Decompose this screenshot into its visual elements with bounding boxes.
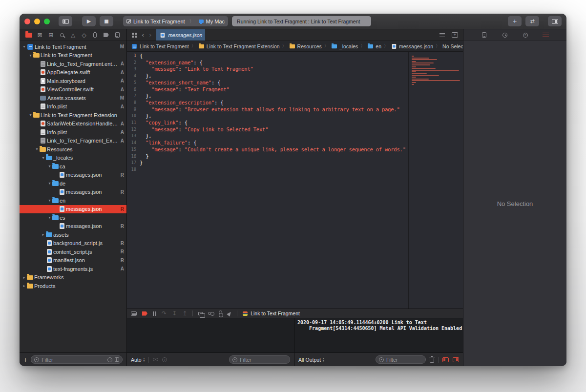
issue-navigator-icon[interactable]: △ [69, 31, 78, 40]
tree-row[interactable]: ViewController.swiftA [20, 85, 126, 94]
line-number[interactable]: 3 [127, 66, 140, 73]
pause-icon[interactable] [153, 311, 156, 316]
library-add-button[interactable]: + [508, 16, 522, 26]
tree-row[interactable]: messages.jsonR [20, 222, 126, 231]
minimap[interactable] [408, 52, 463, 309]
forward-button[interactable]: › [149, 32, 151, 38]
code-line[interactable]: 15 "message": "Couldn't create a unique … [127, 146, 408, 153]
tree-row[interactable]: Info.plistA [20, 128, 126, 137]
code-line[interactable]: 18 [127, 166, 408, 173]
disclosure-triangle-icon[interactable]: ▸ [21, 284, 27, 288]
code-line[interactable]: 4 }, [127, 73, 408, 80]
breakpoints-toggle-icon[interactable] [142, 311, 147, 316]
breadcrumb-item[interactable]: Link to Text Fragment [131, 43, 189, 49]
tree-row[interactable]: background_script.jsR [20, 239, 126, 248]
quicklook-icon[interactable] [153, 358, 158, 362]
breadcrumb-item[interactable]: No Selection [442, 43, 463, 49]
test-navigator-icon[interactable]: ◇ [80, 31, 88, 40]
close-window-button[interactable] [24, 19, 30, 24]
variables-scope-popup[interactable]: Auto ▴▾ [131, 357, 145, 363]
breadcrumb-item[interactable]: Resources [289, 43, 322, 49]
tree-row[interactable]: ▾_locales [20, 154, 126, 163]
scheme-selector[interactable]: Link to Text Fragment 〉 My Mac [123, 16, 228, 26]
line-number[interactable]: 2 [127, 60, 140, 66]
print-description-icon[interactable] [162, 357, 167, 362]
disclosure-triangle-icon[interactable]: ▾ [47, 181, 52, 186]
code-line[interactable]: 7 }, [127, 93, 408, 100]
tree-row[interactable]: messages.jsonR [20, 171, 126, 180]
disclosure-triangle-icon[interactable]: ▸ [21, 275, 27, 280]
disclosure-triangle-icon[interactable]: ▾ [41, 156, 46, 160]
tree-row[interactable]: ▾Link to Text Fragment [20, 51, 126, 60]
breadcrumb-item[interactable]: _locales [331, 43, 358, 49]
debug-navigator-icon[interactable] [91, 31, 100, 40]
code-review-icon[interactable] [440, 33, 445, 37]
code-line[interactable]: 6 "message": "Text Fragment" [127, 86, 408, 93]
tree-row[interactable]: ▾Resources [20, 145, 126, 154]
source-control-status-icon[interactable] [115, 357, 119, 362]
tree-row[interactable]: Info.plistA [20, 103, 126, 111]
disclosure-triangle-icon[interactable]: ▾ [28, 113, 33, 117]
disclosure-triangle-icon[interactable]: ▾ [34, 147, 40, 151]
code-line[interactable]: 17} [127, 160, 408, 166]
line-number[interactable]: 1 [127, 53, 140, 60]
console-filter-field[interactable]: Filter [376, 355, 426, 364]
tree-row[interactable]: text-fragments.jsA [20, 265, 126, 273]
tree-row[interactable]: ▾es [20, 213, 126, 222]
stop-button[interactable]: ■ [100, 16, 113, 26]
navigator-filter-field[interactable]: Filter [31, 355, 123, 364]
environment-overrides-icon[interactable] [219, 313, 222, 314]
line-number[interactable]: 8 [127, 100, 140, 106]
toggle-inspector-button[interactable] [548, 16, 562, 26]
show-console-view-icon[interactable] [453, 357, 459, 362]
line-number[interactable]: 17 [127, 160, 140, 166]
tree-row[interactable]: SafariWebExtensionHandler...A [20, 120, 126, 128]
simulate-location-icon[interactable] [228, 311, 231, 316]
step-into-icon[interactable]: ↧ [172, 310, 177, 316]
line-number[interactable]: 16 [127, 153, 140, 160]
step-out-icon[interactable]: ↥ [182, 310, 187, 316]
tree-row[interactable]: ▸Products [20, 282, 126, 290]
zoom-window-button[interactable] [44, 19, 50, 24]
add-editor-icon[interactable] [452, 32, 458, 38]
tree-row[interactable]: ▾ca [20, 162, 126, 171]
show-variables-view-icon[interactable] [442, 357, 449, 362]
history-inspector-icon[interactable] [501, 31, 509, 40]
tree-row[interactable]: AppDelegate.swiftA [20, 68, 126, 77]
tree-row[interactable]: Main.storyboardA [20, 77, 126, 85]
tree-row[interactable]: ▾en [20, 196, 126, 205]
step-over-icon[interactable]: ↷ [162, 310, 167, 316]
console-scope-popup[interactable]: All Output ▴▾ [298, 357, 324, 363]
code-line[interactable]: 11 "copy_link": { [127, 120, 408, 126]
line-number[interactable]: 12 [127, 126, 140, 133]
tree-row[interactable]: manifest.jsonR [20, 256, 126, 265]
view-debugger-icon[interactable] [198, 312, 203, 315]
line-number[interactable]: 18 [127, 166, 140, 173]
disclosure-triangle-icon[interactable]: ▾ [47, 164, 52, 168]
code-line[interactable]: 13 }, [127, 133, 408, 140]
add-file-button[interactable]: + [23, 356, 27, 363]
minimize-window-button[interactable] [34, 19, 40, 24]
code-line[interactable]: 12 "message": "Copy Link to Selected Tex… [127, 126, 408, 133]
symbol-navigator-icon[interactable]: ⊞ [46, 31, 55, 40]
line-number[interactable]: 9 [127, 106, 140, 113]
tree-row[interactable]: Assets.xcassetsM [20, 94, 126, 103]
line-number[interactable]: 5 [127, 80, 140, 86]
code-line[interactable]: 9 "message": "Browser extension that all… [127, 106, 408, 113]
code-line[interactable]: 1{ [127, 53, 408, 60]
line-number[interactable]: 14 [127, 140, 140, 146]
tree-row[interactable]: Link_to_Text_Fragment_Exte...A [20, 137, 126, 145]
tree-row[interactable]: ▸assets [20, 230, 126, 239]
tree-row[interactable]: messages.jsonR [20, 205, 126, 214]
code-line[interactable]: 5 "extension_short_name": { [127, 80, 408, 86]
tree-row[interactable]: ▸Frameworks [20, 273, 126, 282]
memory-graph-icon[interactable] [208, 312, 213, 315]
line-number[interactable]: 4 [127, 73, 140, 80]
related-items-icon[interactable] [132, 33, 134, 35]
variables-view[interactable] [127, 318, 294, 352]
disclosure-triangle-icon[interactable]: ▾ [47, 215, 52, 220]
tree-row[interactable]: Link_to_Text_Fragment.entit...A [20, 60, 126, 68]
variables-filter-field[interactable]: Filter [229, 355, 290, 364]
code-line[interactable]: 14 "link_failure": { [127, 140, 408, 146]
breadcrumb-item[interactable]: Link to Text Fragment Extension [198, 43, 280, 49]
